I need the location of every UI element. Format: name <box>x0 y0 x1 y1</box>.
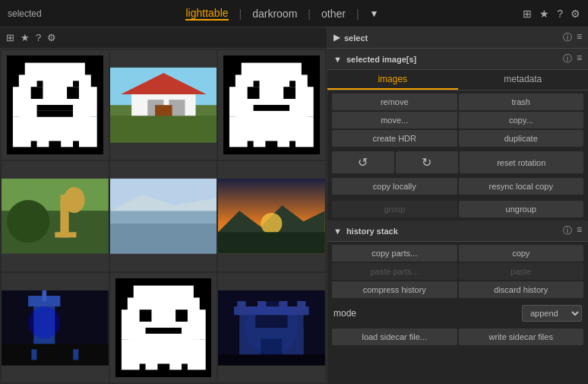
load-sidecar-button[interactable]: load sidecar file... <box>332 328 457 345</box>
thumbnail-7[interactable] <box>2 273 109 382</box>
svg-rect-68 <box>139 309 151 322</box>
svg-rect-55 <box>42 290 46 301</box>
right-panel: ▶ select ⓘ ≡ ▼ selected image[s] ⓘ ≡ ima… <box>327 27 588 384</box>
trash-button[interactable]: trash <box>459 94 584 110</box>
nav-bar: lighttable | darkroom | other | ▼ <box>185 7 378 21</box>
copy-parts-button[interactable]: copy parts... <box>332 245 457 262</box>
nav-lighttable[interactable]: lighttable <box>185 7 228 21</box>
sidecar-row: load sidecar file... write sidecar files <box>327 325 588 348</box>
image-tabs: images metadata <box>327 70 588 90</box>
copy-button[interactable]: copy... <box>459 112 584 129</box>
remove-button[interactable]: remove <box>332 94 457 110</box>
svg-rect-66 <box>169 340 182 370</box>
svg-rect-62 <box>122 309 206 340</box>
history-stack-label: history stack <box>346 227 398 236</box>
group-button[interactable]: group <box>332 201 457 217</box>
paste-button[interactable]: paste <box>459 263 584 280</box>
thumbnail-8[interactable] <box>110 273 217 382</box>
mode-select[interactable]: append overwrite <box>522 305 582 322</box>
thumbnail-area: ⊞ ★ ? ⚙ <box>0 27 327 384</box>
history-stack-header[interactable]: ▼ history stack ⓘ ≡ <box>327 221 588 242</box>
thumbnail-5[interactable] <box>110 161 217 271</box>
paste-parts-button[interactable]: paste parts... <box>332 263 457 280</box>
copy-locally-row: copy locally resync local copy <box>327 175 588 198</box>
rotate-ccw-button[interactable]: ↺ <box>332 151 394 173</box>
history-arrow: ▼ <box>334 227 342 236</box>
pixel-ghost-1 <box>7 56 103 154</box>
thumbnail-2[interactable] <box>110 50 217 160</box>
svg-point-50 <box>261 213 283 234</box>
thumbnail-grid <box>0 49 327 384</box>
nav-dropdown-icon[interactable]: ▼ <box>370 8 379 19</box>
svg-rect-27 <box>254 117 266 148</box>
svg-rect-5 <box>37 117 49 148</box>
images-button-grid: remove trash move... copy... create HDR … <box>327 90 588 150</box>
tab-images[interactable]: images <box>327 70 458 90</box>
create-hdr-button[interactable]: create HDR <box>332 130 457 147</box>
compress-history-button[interactable]: compress history <box>332 281 457 298</box>
copy-locally-button[interactable]: copy locally <box>332 178 457 195</box>
thumb-tool-3[interactable]: ? <box>36 32 41 43</box>
giraffe-photo <box>2 161 109 271</box>
history-menu-icon[interactable]: ≡ <box>577 224 582 237</box>
rotate-row: ↺ ↻ reset rotation <box>327 150 588 175</box>
svg-rect-67 <box>188 340 206 370</box>
nav-darkroom[interactable]: darkroom <box>252 8 297 20</box>
svg-rect-76 <box>238 301 246 312</box>
reset-rotation-button[interactable]: reset rotation <box>460 151 584 173</box>
gear-icon[interactable]: ⚙ <box>571 8 580 20</box>
svg-rect-56 <box>2 344 109 365</box>
svg-rect-69 <box>175 309 188 322</box>
select-arrow-right: ▶ <box>334 33 340 43</box>
house-photo <box>110 50 217 160</box>
lake-photo <box>110 161 217 271</box>
svg-rect-11 <box>73 81 79 87</box>
history-copy-button[interactable]: copy <box>459 245 584 262</box>
svg-rect-8 <box>31 87 43 99</box>
selected-menu-icon[interactable]: ≡ <box>577 52 582 65</box>
thumb-tool-2[interactable]: ★ <box>21 32 30 43</box>
svg-rect-32 <box>254 81 260 87</box>
svg-rect-64 <box>122 340 140 370</box>
mode-row: mode append overwrite <box>327 301 588 325</box>
svg-rect-79 <box>297 301 305 312</box>
thumbnail-4[interactable] <box>2 161 109 271</box>
svg-rect-24 <box>229 87 314 117</box>
rotate-cw-button[interactable]: ↻ <box>396 151 458 173</box>
tab-metadata[interactable]: metadata <box>458 70 589 90</box>
svg-rect-33 <box>289 81 296 87</box>
thumb-tool-1[interactable]: ⊞ <box>6 32 14 43</box>
select-section-label: select <box>344 33 368 43</box>
select-section-icons: ⓘ ≡ <box>563 31 582 44</box>
thumbnail-3[interactable] <box>218 50 325 160</box>
thumb-tool-4[interactable]: ⚙ <box>47 32 56 43</box>
svg-rect-31 <box>283 87 296 99</box>
nav-other[interactable]: other <box>321 8 346 20</box>
svg-point-82 <box>245 301 298 354</box>
write-sidecar-button[interactable]: write sidecar files <box>459 328 584 345</box>
select-menu-icon[interactable]: ≡ <box>577 31 582 44</box>
nav-sep-1: | <box>239 8 242 20</box>
thumbnail-9[interactable] <box>218 273 325 382</box>
thumbnail-1[interactable] <box>2 50 109 160</box>
ungroup-button[interactable]: ungroup <box>459 201 584 217</box>
topbar: selected lighttable | darkroom | other |… <box>0 0 588 27</box>
star-icon[interactable]: ★ <box>539 8 549 20</box>
history-info-icon[interactable]: ⓘ <box>563 224 572 237</box>
thumbnail-6[interactable] <box>218 161 325 271</box>
svg-rect-42 <box>76 189 79 195</box>
mode-label: mode <box>334 308 356 319</box>
select-section-header[interactable]: ▶ select ⓘ ≡ <box>327 27 588 49</box>
resync-local-copy-button[interactable]: resync local copy <box>459 178 584 195</box>
help-icon[interactable]: ? <box>557 8 563 20</box>
duplicate-button[interactable]: duplicate <box>459 130 584 147</box>
grid-icon[interactable]: ⊞ <box>523 8 532 20</box>
selected-images-header[interactable]: ▼ selected image[s] ⓘ ≡ <box>327 49 588 70</box>
discard-history-button[interactable]: discard history <box>459 281 584 298</box>
svg-rect-39 <box>55 233 76 238</box>
selected-info-icon[interactable]: ⓘ <box>563 52 572 65</box>
select-info-icon[interactable]: ⓘ <box>563 31 572 44</box>
sunset-photo <box>218 161 325 271</box>
select-section-label-group: ▶ select <box>334 33 368 43</box>
move-button[interactable]: move... <box>332 112 457 129</box>
